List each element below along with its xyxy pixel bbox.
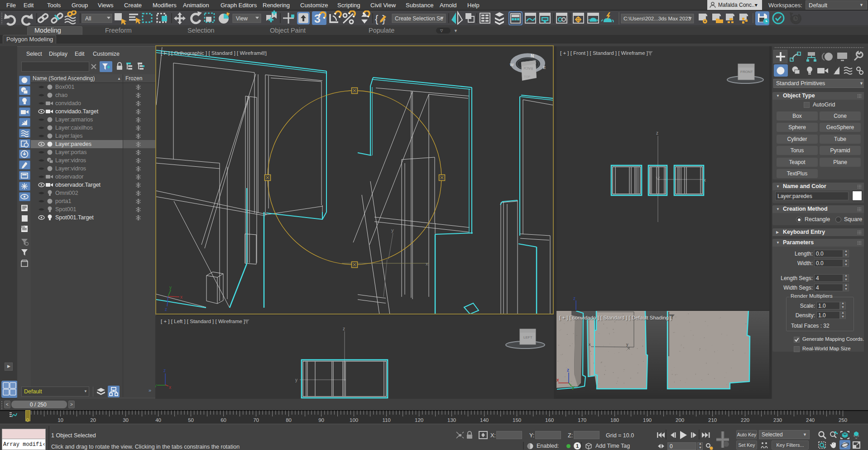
svg-text:z: z [656, 131, 658, 135]
svg-text:100: 100 [350, 417, 358, 423]
svg-text:z: z [165, 307, 167, 312]
svg-text:200: 200 [676, 417, 684, 423]
svg-text:150: 150 [513, 417, 521, 423]
svg-text:10: 10 [58, 417, 63, 423]
svg-text:x: x [169, 385, 171, 390]
svg-text:x: x [556, 377, 559, 382]
svg-text:180: 180 [610, 417, 619, 423]
svg-text:z: z [573, 296, 575, 301]
svg-text:C:\Users\202...3ds Max 2023: C:\Users\202...3ds Max 2023 [623, 16, 691, 21]
svg-text:{: { [375, 13, 378, 24]
svg-text:30: 30 [123, 417, 129, 423]
svg-text:All: All [85, 15, 91, 22]
svg-text:140: 140 [480, 417, 489, 423]
svg-text:40: 40 [155, 417, 161, 423]
svg-text:70: 70 [253, 417, 259, 423]
svg-text:View: View [236, 15, 248, 22]
svg-text:E: E [543, 65, 546, 70]
svg-text:170: 170 [578, 417, 586, 423]
svg-text:y: y [295, 377, 297, 382]
svg-text:120: 120 [415, 417, 423, 423]
svg-text:130: 130 [447, 417, 456, 423]
svg-text:z: z [567, 368, 569, 373]
svg-text:20: 20 [90, 417, 96, 423]
svg-text:250: 250 [839, 417, 847, 423]
svg-text:z: z [343, 326, 345, 331]
svg-text:LEFT: LEFT [523, 335, 532, 339]
svg-text:80: 80 [286, 417, 292, 423]
svg-text:FRONT: FRONT [740, 70, 753, 74]
svg-text:60: 60 [221, 417, 226, 423]
svg-text:z: z [163, 368, 166, 373]
svg-text:x: x [588, 309, 590, 310]
svg-text:90: 90 [318, 417, 324, 423]
svg-text:160: 160 [545, 417, 554, 423]
svg-text:Create Selection Se: Create Selection Se [395, 15, 443, 22]
svg-text:110: 110 [382, 417, 390, 423]
svg-text:50: 50 [188, 417, 194, 423]
svg-text:x: x [426, 261, 428, 266]
svg-text:y: y [169, 285, 172, 290]
svg-text:0: 0 [26, 417, 29, 423]
svg-text:W: W [510, 63, 514, 67]
svg-text:y: y [626, 342, 628, 347]
svg-text:x: x [180, 295, 182, 300]
svg-text:190: 190 [643, 417, 652, 423]
svg-text:210: 210 [708, 417, 717, 423]
svg-text:y: y [155, 383, 157, 388]
svg-text:220: 220 [741, 417, 749, 423]
svg-text:230: 230 [773, 417, 782, 423]
svg-text:240: 240 [806, 417, 815, 423]
svg-text:y: y [391, 227, 394, 233]
svg-text:TOP: TOP [524, 75, 531, 78]
svg-text:N: N [531, 53, 534, 58]
svg-text:x: x [589, 342, 591, 347]
svg-text:y: y [572, 385, 575, 390]
